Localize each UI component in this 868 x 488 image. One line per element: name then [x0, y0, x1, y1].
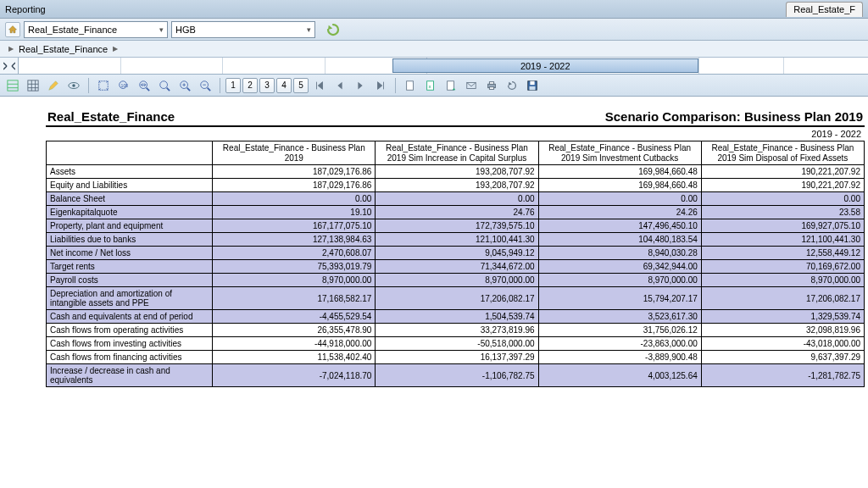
reload-button[interactable] — [503, 77, 521, 94]
table-row: Assets187,029,176.86193,208,707.92169,98… — [47, 165, 865, 179]
cell-value: 32,098,819.96 — [701, 324, 864, 337]
toolbar: 100 1 2 3 4 5 x — [0, 75, 868, 97]
standard-combo[interactable]: HGB ▾ — [171, 21, 315, 38]
row-label: Target rents — [47, 260, 213, 274]
table-header-blank — [47, 141, 213, 165]
cell-value: 8,970,000.00 — [538, 274, 701, 287]
table-header: Real_Estate_Finance - Business Plan 2019… — [376, 141, 538, 165]
cell-value: 169,927,075.10 — [701, 219, 864, 233]
page-level-2-button[interactable]: 2 — [242, 78, 258, 93]
table-row: Target rents75,393,019.7971,344,672.0069… — [47, 260, 865, 274]
row-label: Assets — [47, 165, 213, 179]
table-row: Net income / Net loss2,470,608.079,045,9… — [47, 247, 865, 260]
timeline-active-segment[interactable]: 2019 - 2022 — [392, 58, 698, 73]
row-label: Cash and equivalents at end of period — [47, 310, 213, 324]
export-pdf-button[interactable] — [401, 77, 420, 94]
report-period: 2019 - 2022 — [46, 127, 865, 141]
zoom-100-button[interactable]: 100 — [114, 77, 133, 94]
table-row: Balance Sheet0.000.000.000.00 — [47, 192, 865, 206]
preview-button[interactable] — [64, 77, 83, 94]
cell-value: 69,342,944.00 — [538, 260, 701, 274]
cell-value: 8,970,000.00 — [213, 274, 376, 287]
cell-value: 1,504,539.74 — [376, 310, 538, 324]
cell-value: 19.10 — [213, 206, 376, 219]
cell-value: 15,794,207.17 — [538, 287, 701, 310]
fit-page-button[interactable] — [94, 77, 113, 94]
svg-rect-31 — [489, 86, 493, 89]
timeline-nav-left[interactable] — [0, 58, 19, 74]
breadcrumb-arrow-icon: ▶ — [8, 45, 14, 53]
row-label: Cash flows from financing activities — [47, 351, 213, 364]
entity-combo[interactable]: Real_Estate_Finance ▾ — [24, 21, 168, 38]
breadcrumb-item[interactable]: Real_Estate_Finance — [19, 44, 108, 54]
cell-value: 9,637,397.29 — [701, 351, 864, 364]
zoom-fit-width-button[interactable] — [135, 77, 153, 94]
svg-line-18 — [187, 87, 191, 91]
cell-value: 190,221,207.92 — [701, 165, 864, 179]
cell-value: 17,206,082.17 — [376, 287, 538, 310]
send-button[interactable] — [462, 77, 481, 94]
cell-value: 193,208,707.92 — [376, 179, 538, 192]
svg-point-15 — [160, 80, 168, 88]
cell-value: -44,918,000.00 — [213, 337, 376, 351]
table-view-button[interactable] — [24, 77, 42, 94]
page-level-1-button[interactable]: 1 — [225, 78, 241, 93]
document-tab[interactable]: Real_Estate_F — [786, 2, 863, 17]
standard-combo-value: HGB — [175, 25, 196, 35]
svg-line-16 — [167, 87, 170, 91]
toggle-grid-button[interactable] — [3, 77, 22, 94]
row-label: Cash flows from investing activities — [47, 337, 213, 351]
breadcrumb: ▶ Real_Estate_Finance ▶ — [0, 41, 868, 58]
refresh-button[interactable] — [324, 20, 342, 39]
cell-value: 172,739,575.10 — [376, 219, 538, 233]
svg-text:100: 100 — [121, 82, 129, 87]
svg-text:x: x — [428, 82, 431, 88]
cell-value: 23.58 — [701, 206, 864, 219]
table-row: Property, plant and equipment167,177,075… — [47, 219, 865, 233]
cell-value: 8,970,000.00 — [376, 274, 538, 287]
svg-rect-34 — [530, 86, 536, 89]
timeline-track[interactable]: 2019 - 2022 — [19, 58, 868, 74]
cell-value: -43,018,000.00 — [701, 337, 864, 351]
report-title: Real_Estate_Finance — [47, 109, 175, 124]
svg-line-22 — [208, 87, 211, 91]
svg-rect-3 — [28, 80, 38, 90]
app-title-bar: Reporting Real_Estate_F — [0, 0, 868, 19]
save-button[interactable] — [523, 77, 542, 94]
zoom-out-button[interactable] — [196, 77, 214, 94]
row-label: Cash flows from operating activities — [47, 324, 213, 337]
row-label: Increase / decrease in cash and equivale… — [47, 364, 213, 387]
page-level-3-button[interactable]: 3 — [259, 78, 275, 93]
table-header: Real_Estate_Finance - Business Plan 2019… — [538, 141, 701, 165]
prev-page-button[interactable] — [331, 77, 349, 94]
table-row: Cash and equivalents at end of period-4,… — [47, 310, 865, 324]
export-excel-button[interactable]: x — [421, 77, 440, 94]
cell-value: 75,393,019.79 — [213, 260, 376, 274]
table-row: Depreciation and amortization of intangi… — [47, 287, 865, 310]
svg-point-9 — [72, 84, 75, 87]
page-level-5-button[interactable]: 5 — [293, 78, 309, 93]
print-button[interactable] — [482, 77, 501, 94]
table-row: Cash flows from operating activities26,3… — [47, 324, 865, 337]
cell-value: 0.00 — [213, 192, 376, 206]
cell-value: 17,206,082.17 — [701, 287, 864, 310]
table-row: Increase / decrease in cash and equivale… — [47, 364, 865, 387]
home-button[interactable] — [5, 22, 20, 37]
edit-button[interactable] — [44, 77, 63, 94]
last-page-button[interactable] — [371, 77, 390, 94]
first-page-button[interactable] — [310, 77, 329, 94]
cell-value: 121,100,441.30 — [376, 233, 538, 247]
zoom-custom-button[interactable] — [155, 77, 174, 94]
report-header: Real_Estate_Finance Scenario Comparison:… — [46, 106, 865, 127]
row-label: Balance Sheet — [47, 192, 213, 206]
cell-value: 104,480,183.54 — [538, 233, 701, 247]
cell-value: 11,538,402.40 — [213, 351, 376, 364]
export-csv-button[interactable] — [442, 77, 460, 94]
next-page-button[interactable] — [351, 77, 370, 94]
table-header: Real_Estate_Finance - Business Plan 2019… — [701, 141, 864, 165]
row-label: Liabilities due to banks — [47, 233, 213, 247]
report-table: Real_Estate_Finance - Business Plan 2019… — [46, 141, 865, 387]
page-level-4-button[interactable]: 4 — [276, 78, 292, 93]
row-label: Equity and Liabilities — [47, 179, 213, 192]
zoom-in-button[interactable] — [175, 77, 194, 94]
